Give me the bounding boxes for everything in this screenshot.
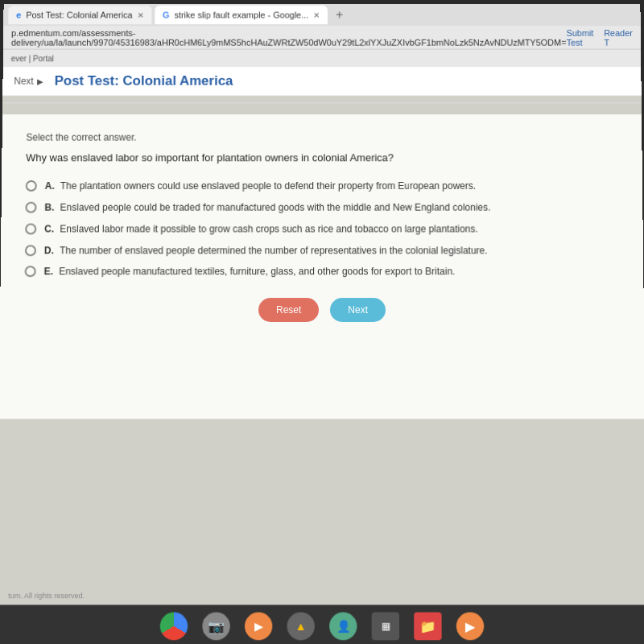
radio-a[interactable] [26,180,37,192]
address-text[interactable]: p.edmentum.com/assessments-delivery/ua/l… [11,28,567,47]
tab-close-colonial[interactable]: ✕ [137,10,143,19]
new-tab-button[interactable]: + [331,8,348,23]
main-content: Select the correct answer. Why was ensla… [0,114,644,419]
question-text: Why was enslaved labor so important for … [26,151,618,165]
taskbar: 📷 ▶ ▲ 👤 ▦ 📁 ▶ [0,605,644,644]
radio-e[interactable] [25,266,36,278]
option-d[interactable]: D. The number of enslaved people determi… [25,244,619,258]
tab-close-strike[interactable]: ✕ [313,10,320,19]
tab-favicon-e: e [16,10,21,20]
option-e[interactable]: E. Enslaved people manufactured textiles… [25,266,620,279]
radio-b[interactable] [25,202,36,213]
tab-favicon-g: G [163,10,170,20]
test-title: Post Test: Colonial America [55,73,233,89]
option-c-text: C. Enslaved labor made it possible to gr… [44,222,478,236]
next-top-label: Next [14,76,34,87]
option-d-label: D. [44,245,54,256]
option-a[interactable]: A. The plantation owners could use ensla… [26,180,619,193]
taskbar-camera-icon[interactable]: 📷 [202,613,230,641]
taskbar-drive-icon[interactable]: ▲ [287,613,315,641]
radio-d[interactable] [25,245,36,256]
breadcrumb-text: ever | Portal [11,54,54,63]
address-actions: Submit Test Reader T [566,28,633,47]
instruction-text: Select the correct answer. [26,132,617,143]
option-d-text: D. The number of enslaved people determi… [44,244,488,258]
next-top-arrow-icon: ▶ [37,76,43,85]
reader-btn[interactable]: Reader T [604,28,633,47]
option-e-label: E. [44,266,53,278]
option-b-text: B. Enslaved people could be traded for m… [44,201,490,215]
tab-colonial-america[interactable]: e Post Test: Colonial America ✕ [8,6,151,24]
options-list: A. The plantation owners could use ensla… [25,180,620,279]
next-button[interactable]: Next [330,298,386,322]
tab-strike-slip[interactable]: G strike slip fault example - Google... … [155,6,328,24]
action-buttons: Reset Next [24,298,620,322]
option-a-label: A. [45,180,55,192]
taskbar-play-icon[interactable]: ▶ [245,613,272,641]
tab-label-strike: strike slip fault example - Google... [174,10,308,20]
option-b[interactable]: B. Enslaved people could be traded for m… [25,201,618,215]
taskbar-arrow-circle-icon[interactable]: ▶ [456,613,485,641]
next-button-top[interactable]: Next ▶ [14,76,43,87]
taskbar-chrome-icon[interactable] [160,613,188,641]
option-e-text: E. Enslaved people manufactured textiles… [44,266,456,279]
reset-button[interactable]: Reset [258,298,319,322]
tab-label-colonial: Post Test: Colonial America [26,10,132,20]
tab-bar: e Post Test: Colonial America ✕ G strike… [3,4,640,26]
taskbar-qr-icon[interactable]: ▦ [372,613,399,641]
option-a-text: A. The plantation owners could use ensla… [45,180,477,193]
breadcrumb: ever | Portal [3,50,642,68]
copyright-text: tum. All rights reserved. [8,592,85,600]
taskbar-people-icon[interactable]: 👤 [329,613,357,641]
submit-test-btn[interactable]: Submit Test [566,28,594,47]
radio-c[interactable] [25,223,36,234]
option-c-label: C. [44,223,54,234]
taskbar-folder-icon[interactable]: 📁 [414,613,442,641]
test-title-bar: Next ▶ Post Test: Colonial America [2,67,641,96]
option-b-label: B. [44,202,54,213]
option-c[interactable]: C. Enslaved labor made it possible to gr… [25,222,619,236]
address-bar: p.edmentum.com/assessments-delivery/ua/l… [3,26,641,49]
